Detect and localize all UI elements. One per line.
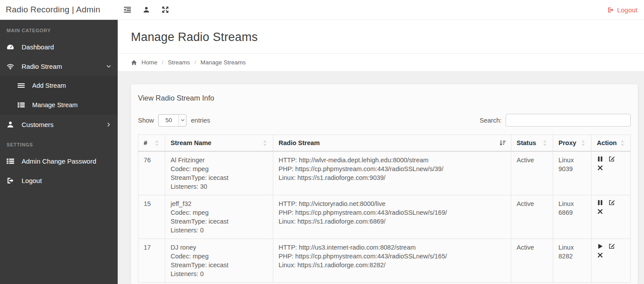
page-length-control: Show 50 entries: [138, 114, 210, 127]
column-header-id[interactable]: #: [138, 135, 165, 152]
stream-codec: Codec: mpeg: [171, 252, 268, 261]
sign-out-icon: [607, 7, 614, 13]
stream-name: DJ roney: [171, 243, 268, 252]
play-icon[interactable]: [597, 243, 603, 250]
breadcrumb-home[interactable]: Home: [141, 59, 157, 66]
stream-url-http: HTTP: http://victoryradio.net:8000/live: [279, 199, 506, 208]
app-brand[interactable]: Radio Recording | Admin: [0, 5, 118, 15]
actions-cell: [592, 151, 631, 195]
fullscreen-expand-icon[interactable]: [162, 6, 169, 13]
sidebar-item-customers[interactable]: Customers: [0, 115, 118, 134]
status-badge: Active: [511, 195, 553, 239]
column-header-stream-name[interactable]: Stream Name: [165, 135, 273, 152]
breadcrumb-separator: /: [194, 59, 196, 66]
sidebar: MAIN CATEGORY Dashboard Radio Stream Add…: [0, 20, 118, 284]
stream-name: jeff_f32: [171, 199, 268, 208]
delete-x-icon[interactable]: [597, 208, 603, 215]
sidebar-item-logout[interactable]: Logout: [0, 171, 118, 190]
sort-desc-icon: [499, 140, 506, 146]
stream-listeners: Listeners: 0: [171, 226, 268, 235]
table-row: 17 DJ roney Codec: mpeg StreamType: icec…: [138, 239, 631, 283]
stream-name-cell: jeff_f32 Codec: mpeg StreamType: icecast…: [165, 195, 273, 239]
proxy-cell: Linux 9039: [553, 151, 592, 195]
stream-url-php: PHP: https://cp.phpmystream.com:443/radi…: [279, 208, 506, 217]
stream-id: 17: [138, 239, 165, 283]
search-control: Search:: [480, 114, 631, 127]
delete-x-icon[interactable]: [597, 164, 603, 171]
stream-name-cell: DJ roney Codec: mpeg StreamType: icecast…: [165, 239, 273, 283]
column-label: #: [144, 139, 147, 146]
sidebar-item-radio-stream[interactable]: Radio Stream: [0, 56, 118, 76]
user-icon: [7, 121, 14, 128]
main-area: Manage Radio Streams Home / Streams / Ma…: [118, 20, 644, 284]
proxy-os: Linux: [558, 156, 586, 164]
actions-cell: [592, 195, 631, 239]
sort-icon: [542, 140, 547, 146]
status-badge: Active: [511, 239, 553, 283]
home-icon: [131, 60, 137, 66]
proxy-port: 9039: [558, 164, 586, 173]
table-controls: Show 50 entries Search:: [138, 114, 631, 127]
sidebar-item-admin-change-password[interactable]: Admin Change Password: [0, 151, 118, 171]
logout-link[interactable]: Logout: [607, 6, 637, 14]
app-window: Radio Recording | Admin Logout MAIN CATE…: [0, 0, 644, 284]
sign-out-icon: [7, 177, 14, 184]
column-header-radio-stream[interactable]: Radio Stream: [273, 135, 511, 152]
th-list-icon: [18, 101, 25, 108]
stream-name-cell: Al Fritzinger Codec: mpeg StreamType: ic…: [165, 151, 273, 195]
stream-listeners: Listeners: 0: [171, 269, 268, 278]
top-bar: Radio Recording | Admin Logout: [0, 0, 644, 20]
column-header-status[interactable]: Status: [511, 135, 553, 152]
sort-icon: [154, 140, 160, 146]
streams-table: # Stream Name Radio Stream Status: [138, 135, 631, 283]
chevron-right-icon: [106, 122, 111, 127]
stream-url-http: HTTP: http://us3.internet-radio.com:8082…: [279, 243, 506, 252]
stream-type: StreamType: icecast: [171, 217, 268, 226]
proxy-cell: Linux 6869: [553, 195, 592, 239]
th-list-icon: [7, 157, 14, 165]
sidebar-item-label: Logout: [22, 177, 42, 184]
edit-icon[interactable]: [608, 156, 615, 162]
radio-stream-cell: HTTP: http://us3.internet-radio.com:8082…: [273, 239, 511, 283]
column-header-action[interactable]: Action: [592, 135, 631, 152]
column-label: Stream Name: [171, 139, 212, 146]
page-length-value: 50: [159, 115, 179, 126]
column-header-proxy[interactable]: Proxy: [553, 135, 592, 152]
sidebar-item-add-stream[interactable]: Add Stream: [0, 76, 118, 95]
sidebar-item-label: Dashboard: [22, 43, 54, 51]
sidebar-item-manage-stream[interactable]: Manage Stream: [0, 95, 118, 115]
stream-codec: Codec: mpeg: [171, 208, 268, 217]
page-title: Manage Radio Streams: [131, 30, 631, 44]
sidebar-item-label: Radio Stream: [22, 63, 62, 70]
top-bar-icons: [124, 6, 169, 13]
stream-url-http: HTTP: http://wlvr-media.dept.lehigh.edu:…: [279, 156, 506, 164]
pause-icon[interactable]: [597, 199, 603, 206]
page-length-select[interactable]: 50: [158, 114, 186, 127]
stream-url-php: PHP: https://cp.phpmystream.com:443/radi…: [279, 252, 506, 261]
delete-x-icon[interactable]: [597, 252, 603, 258]
actions-cell: [592, 239, 631, 283]
breadcrumb-streams[interactable]: Streams: [168, 59, 190, 66]
breadcrumb-separator: /: [162, 59, 164, 66]
entries-label: entries: [191, 117, 210, 124]
sort-icon: [262, 140, 268, 146]
stream-type: StreamType: icecast: [171, 261, 268, 269]
profile-user-icon[interactable]: [143, 6, 150, 13]
edit-icon[interactable]: [608, 199, 615, 206]
breadcrumb: Home / Streams / Manage Streams: [118, 53, 644, 71]
column-label: Proxy: [558, 139, 576, 146]
stream-name: Al Fritzinger: [171, 156, 268, 164]
logout-label: Logout: [617, 6, 637, 14]
sidebar-item-dashboard[interactable]: Dashboard: [0, 37, 118, 56]
radio-stream-cell: HTTP: http://victoryradio.net:8000/live …: [273, 195, 511, 239]
search-input[interactable]: [506, 114, 631, 127]
table-header-row: # Stream Name Radio Stream Status: [138, 135, 631, 152]
sidebar-section-settings: SETTINGS: [0, 134, 118, 151]
edit-icon[interactable]: [608, 243, 615, 250]
chevron-down-icon: [106, 64, 111, 69]
pause-icon[interactable]: [597, 156, 603, 162]
stream-codec: Codec: mpeg: [171, 164, 268, 173]
menu-toggle-outdent-icon[interactable]: [124, 6, 131, 13]
select-chevron-down-icon: [179, 115, 186, 126]
radio-stream-cell: HTTP: http://wlvr-media.dept.lehigh.edu:…: [273, 151, 511, 195]
